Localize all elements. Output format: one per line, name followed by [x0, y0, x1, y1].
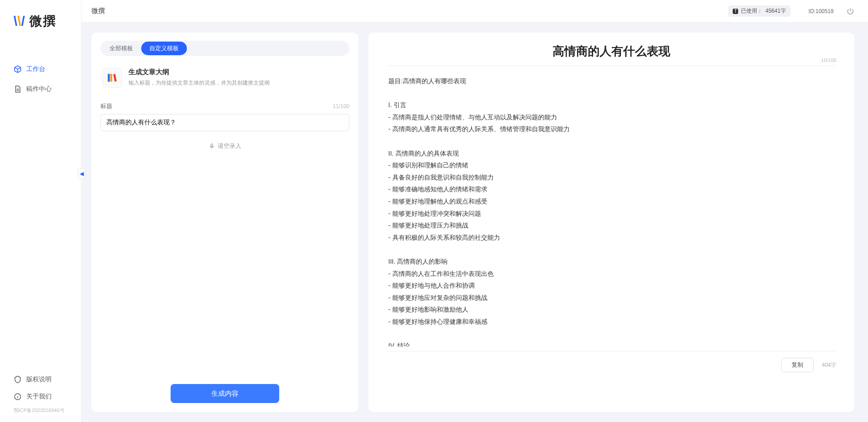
- about-link[interactable]: 关于我们: [8, 388, 73, 405]
- about-label: 关于我们: [26, 393, 52, 401]
- output-title: 高情商的人有什么表现: [386, 43, 836, 59]
- copy-button[interactable]: 复制: [781, 358, 814, 372]
- output-head: 高情商的人有什么表现 10/100: [386, 43, 836, 66]
- books-icon: [106, 72, 118, 84]
- output-footer: 复制 404字: [386, 351, 836, 372]
- template-tabs: 全部模板 自定义模板: [100, 41, 349, 56]
- tab-custom-templates[interactable]: 自定义模板: [141, 42, 187, 55]
- input-panel: 全部模板 自定义模板 生成文章大纲 输入标题，为你提供文章主体的灵感，并为其创建…: [91, 33, 358, 412]
- output-panel: 高情商的人有什么表现 10/100 题目:高情商的人有哪些表现 I. 引言 - …: [368, 33, 854, 412]
- generate-button[interactable]: 生成内容: [171, 384, 279, 403]
- power-icon[interactable]: [846, 7, 854, 15]
- copyright-link[interactable]: 版权说明: [8, 371, 73, 388]
- template-card: 生成文章大纲 输入标题，为你提供文章主体的灵感，并为其创建推文提纲: [100, 64, 349, 98]
- cube-icon: [14, 65, 22, 73]
- nav-drafts-label: 稿件中心: [26, 85, 52, 93]
- content-row: 全部模板 自定义模板 生成文章大纲 输入标题，为你提供文章主体的灵感，并为其创建…: [81, 23, 868, 422]
- title-count: 11/100: [333, 103, 349, 109]
- output-body[interactable]: 题目:高情商的人有哪些表现 I. 引言 - 高情商是指人们处理情绪、与他人互动以…: [386, 66, 836, 346]
- shield-icon: [14, 375, 22, 384]
- sidebar: \\/ 微撰 工作台 稿件中心 版权说明 关于我们 鄂ICP备202201694…: [0, 0, 81, 422]
- output-word-count: 404字: [822, 361, 836, 369]
- nav-workbench[interactable]: 工作台: [8, 61, 76, 78]
- template-icon: [102, 68, 122, 88]
- voice-label: 请空录入: [218, 142, 241, 150]
- mic-icon: [209, 143, 215, 149]
- tab-all-templates[interactable]: 全部模板: [101, 42, 141, 55]
- template-title: 生成文章大纲: [129, 68, 270, 76]
- usage-value: 45641字: [765, 7, 786, 15]
- sidebar-collapse-handle[interactable]: ◀: [78, 168, 85, 179]
- voice-input-button[interactable]: 请空录入: [100, 142, 349, 150]
- logo: \\/ 微撰: [0, 0, 81, 38]
- nav-drafts[interactable]: 稿件中心: [8, 81, 76, 98]
- copyright-label: 版权说明: [26, 375, 52, 384]
- svg-rect-1: [211, 144, 213, 147]
- main: 微撰 T 已使用： 45641字 ID:100519 全部模板 自定义模板: [81, 0, 868, 422]
- file-icon: [14, 85, 22, 93]
- usage-label: 已使用：: [741, 7, 763, 15]
- text-icon: T: [733, 9, 738, 14]
- user-id: ID:100519: [809, 8, 834, 14]
- nav-workbench-label: 工作台: [26, 65, 45, 73]
- usage-badge[interactable]: T 已使用： 45641字: [728, 5, 790, 17]
- logo-text: 微撰: [29, 13, 57, 30]
- topbar: 微撰 T 已使用： 45641字 ID:100519: [81, 0, 868, 23]
- title-label: 标题: [100, 102, 112, 110]
- logo-mark: \\/: [14, 14, 25, 29]
- icp-text: 鄂ICP备2022016946号: [8, 405, 73, 417]
- title-input[interactable]: [100, 114, 349, 131]
- output-head-count: 10/100: [821, 57, 836, 63]
- nav: 工作台 稿件中心: [0, 38, 81, 371]
- page-title: 微撰: [91, 7, 105, 15]
- sidebar-bottom: 版权说明 关于我们 鄂ICP备2022016946号: [0, 371, 81, 422]
- info-icon: [14, 393, 22, 401]
- template-desc: 输入标题，为你提供文章主体的灵感，并为其创建推文提纲: [129, 79, 270, 87]
